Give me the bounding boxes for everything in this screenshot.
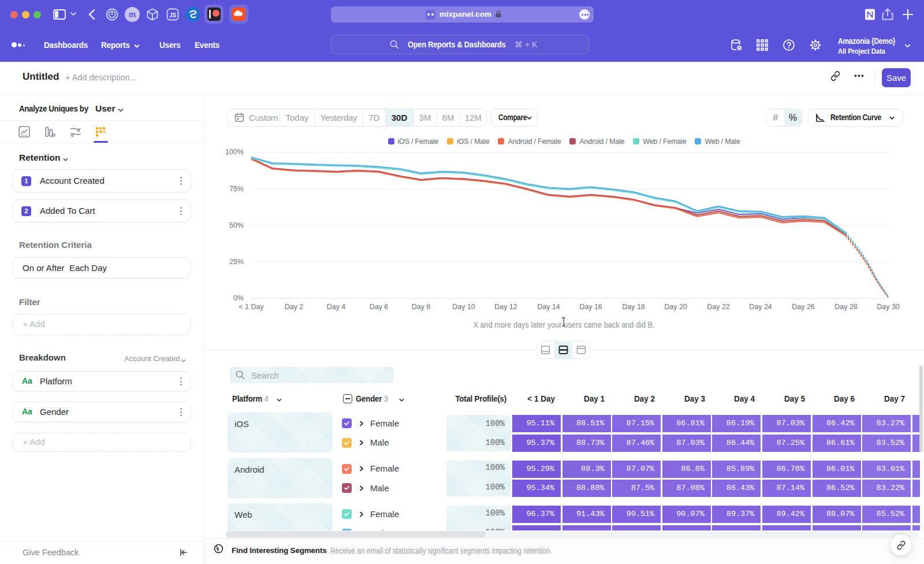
svg-text:JS: JS xyxy=(169,12,177,18)
